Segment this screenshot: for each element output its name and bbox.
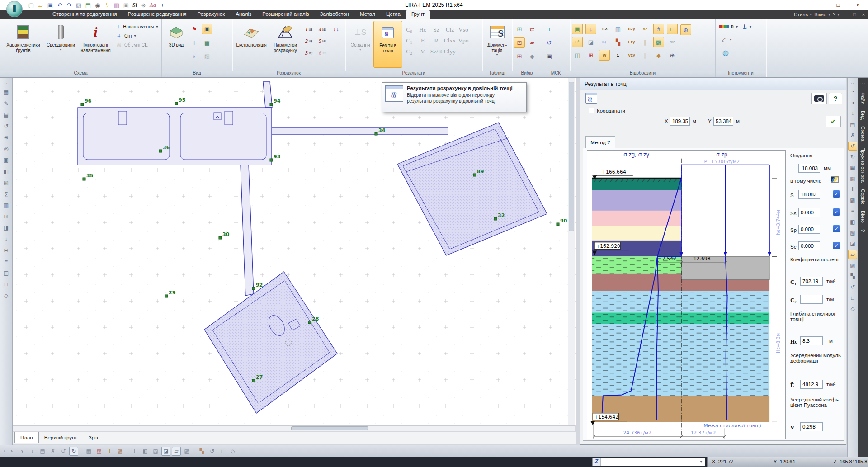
settlement-case-1-button[interactable]: 1≋ <box>302 24 316 35</box>
flag-icon[interactable]: ⚑ <box>189 24 200 34</box>
refresh-icon[interactable]: ↺ <box>848 283 857 292</box>
result-point-marker[interactable] <box>165 295 168 297</box>
beam2-icon[interactable]: ≡ <box>848 207 857 216</box>
erase-numbers-icon[interactable]: ✗ <box>48 447 57 456</box>
right-menu-сервіс[interactable]: Сервіс <box>860 189 866 204</box>
info-icon[interactable]: ▧ <box>2 178 11 187</box>
gear-a-icon[interactable]: ◔ <box>848 87 857 96</box>
doc-tab-план[interactable]: План <box>14 432 39 443</box>
imported-loads-button[interactable]: i Імпортовані навантаження <box>77 21 114 68</box>
ribbon-tab-створення-та-редагування[interactable]: Створення та редагування <box>47 10 123 19</box>
ef-icon[interactable]: ▦ <box>848 163 857 172</box>
result-point-marker[interactable] <box>494 217 497 220</box>
vscroll-thumb[interactable] <box>569 82 574 231</box>
move-axes-icon[interactable]: + <box>544 24 555 34</box>
display-isofields-icon[interactable]: ▩ <box>653 37 664 47</box>
close-button[interactable]: × <box>848 0 868 10</box>
help-menu[interactable]: ?▼ <box>833 12 840 17</box>
plate-icon[interactable]: ◫ <box>2 269 11 278</box>
box3d-icon[interactable]: ▧ <box>848 228 857 237</box>
sp-checkbox[interactable]: ✓ <box>833 225 840 232</box>
table-icon[interactable]: ▤ <box>848 120 857 129</box>
palette-icon[interactable]: ▚ <box>848 272 857 281</box>
display-params-icon[interactable]: ◑ <box>17 447 26 456</box>
display-1-3-icon[interactable]: 1-3 <box>599 24 610 34</box>
hc-input[interactable] <box>800 336 823 345</box>
ribbon-tab-аналіз[interactable]: Аналіз <box>230 10 257 19</box>
plane-b-icon[interactable]: ▱ <box>848 250 857 259</box>
display-szg-icon[interactable]: σzγ <box>626 24 637 34</box>
borehole-icon[interactable]: ⊺ <box>189 37 200 48</box>
coordinates-checkbox[interactable] <box>589 108 594 113</box>
brick-icon[interactable]: ▩ <box>115 447 124 456</box>
settlement-button[interactable]: ⊥S Осідання ▼ <box>347 21 373 68</box>
result-symbol-button[interactable]: Sz <box>429 24 443 35</box>
more-icon[interactable]: ⁝ <box>158 1 166 9</box>
c1-input[interactable] <box>800 277 823 286</box>
isofields-icon[interactable] <box>831 176 839 183</box>
result-point-marker[interactable] <box>252 379 255 382</box>
result-symbol-button[interactable]: R <box>429 35 443 46</box>
mdi-close-button[interactable]: × <box>860 12 867 17</box>
lightning-icon[interactable]: ϟ <box>103 1 111 9</box>
result-symbol-button[interactable]: Vpo <box>457 35 470 46</box>
beam-icon[interactable]: ≡ <box>2 257 11 266</box>
si-icon[interactable]: Si <box>132 1 138 9</box>
apply-button[interactable]: ✔ <box>826 116 841 127</box>
display-plane-icon[interactable]: ◪ <box>585 37 596 47</box>
rotate-view-icon[interactable]: ↺ <box>2 122 11 131</box>
display-zoom-icon[interactable]: ⊕ <box>667 50 678 61</box>
add-selection-icon[interactable]: ⊞ <box>514 24 525 34</box>
zero-level-button[interactable]: 0▼ <box>719 23 739 31</box>
save-msk-icon[interactable]: ▣ <box>544 51 555 61</box>
result-symbol-button[interactable]: Clz <box>443 24 457 35</box>
app-logo-icon[interactable]: ⫴ <box>6 1 23 17</box>
display-mosaic-icon[interactable]: ▦ <box>613 24 623 34</box>
right-menu-файл[interactable]: Файл <box>860 92 866 104</box>
load-numbers-icon[interactable]: ↓ <box>28 447 37 456</box>
result-point-marker[interactable] <box>308 321 311 324</box>
num-down-icon[interactable]: ↓ <box>848 109 857 118</box>
maximize-button[interactable]: □ <box>828 0 848 10</box>
rotate-b-icon[interactable]: ↻ <box>848 152 857 161</box>
el-icon[interactable]: ◇ <box>2 291 11 300</box>
result-symbol-button[interactable]: Clyy <box>443 46 457 57</box>
plane-hatch-icon[interactable]: ▨ <box>182 447 191 456</box>
result-point-marker[interactable] <box>252 287 255 290</box>
s-checkbox[interactable]: ✓ <box>833 190 840 198</box>
load-direction-button[interactable]: ↓↓ <box>329 24 343 35</box>
display-mosaic2-icon[interactable]: ▚ <box>613 37 623 47</box>
sc-input[interactable] <box>798 241 820 250</box>
cross-icon[interactable]: ✗ <box>848 131 857 140</box>
results-at-point-button[interactable]: ≋ Рез-ти в точці <box>373 21 402 68</box>
settlement-case-6-button[interactable]: 6≋ <box>316 47 329 59</box>
ribbon-tab-метал[interactable]: Метал <box>354 10 381 19</box>
c2-input[interactable] <box>800 295 823 304</box>
right-menu-схема[interactable]: Схема <box>860 126 866 141</box>
soil-model-icon[interactable]: ◗ <box>189 51 200 61</box>
add-contour-icon[interactable]: ⊡ <box>514 37 525 48</box>
display-vzg-icon[interactable]: Vzγ <box>626 50 637 61</box>
settlement-case-4-button[interactable]: 4≋ <box>316 24 329 35</box>
status-combo[interactable]: Z ▼ <box>592 458 705 466</box>
select-rect-icon[interactable]: ▣ <box>2 156 11 165</box>
axes2-icon[interactable]: ∟ <box>848 293 857 302</box>
plan-canvas[interactable]: 969594369335348932903029922827 <box>13 78 576 425</box>
new-document-icon[interactable]: ▢ <box>27 1 35 9</box>
resize-button[interactable]: ⤢▼ <box>720 36 732 42</box>
undo-icon[interactable]: ↶ <box>56 1 64 9</box>
plane-a-icon[interactable]: ◪ <box>848 239 857 248</box>
display-note-icon[interactable]: ◫ <box>572 50 583 61</box>
display-pin5-icon[interactable]: ∥ <box>640 50 651 61</box>
display-node-numbers-icon[interactable]: 12 <box>667 37 678 47</box>
support-icon[interactable]: ⊟ <box>2 246 11 255</box>
result-point-marker[interactable] <box>557 223 559 226</box>
hscroll-thumb[interactable] <box>291 426 368 430</box>
horizontal-scrollbar[interactable] <box>13 425 575 431</box>
brush-icon[interactable]: ◆ <box>527 51 538 61</box>
beam-yellow-icon[interactable]: I <box>105 447 114 456</box>
gear-b-icon[interactable]: ◑ <box>848 98 857 107</box>
grid-siti-button[interactable]: ⌗Сіті▼ <box>115 33 159 39</box>
result-point-marker[interactable] <box>473 174 476 176</box>
mesh-icon[interactable]: ▦ <box>2 88 11 97</box>
